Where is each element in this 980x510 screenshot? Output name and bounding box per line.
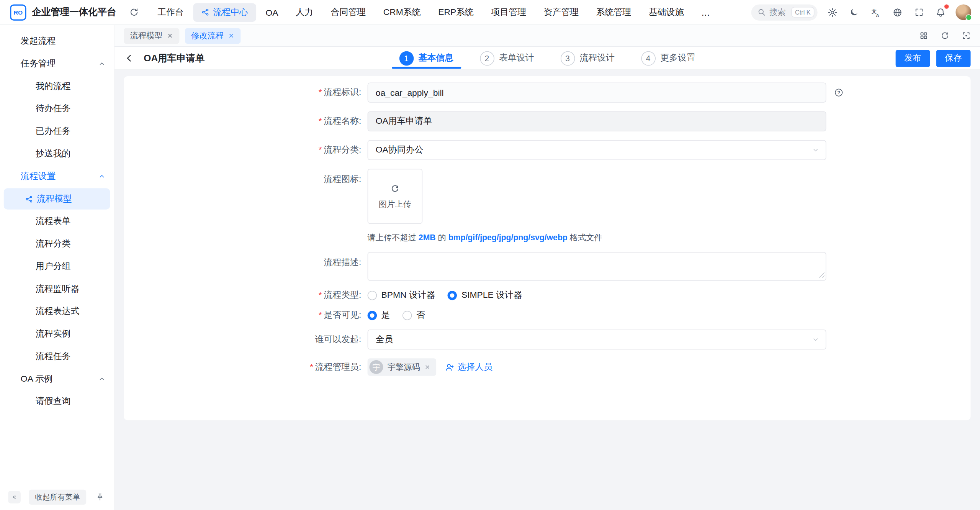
collapse-all-menus-button[interactable]: 收起所有菜单 [29, 490, 86, 505]
process-description-input[interactable] [368, 252, 826, 281]
radio-label: SIMPLE 设计器 [461, 290, 522, 301]
nav-item-contract[interactable]: 合同管理 [322, 3, 374, 21]
collapse-sidebar-button[interactable] [8, 491, 21, 503]
app-logo-icon: RO [10, 4, 26, 20]
visibility-field: *是否可见: 是 否 [124, 310, 970, 321]
sidebar-item-process-category[interactable]: 流程分类 [0, 233, 114, 255]
process-name-label: *流程名称: [124, 116, 361, 127]
translate-icon: 文A [870, 7, 880, 17]
sidebar-item-process-model[interactable]: 流程模型 [4, 188, 110, 209]
svg-text:A: A [876, 13, 879, 17]
radio-bpmn-designer[interactable]: BPMN 设计器 [368, 290, 435, 301]
grid-icon [919, 31, 928, 40]
close-icon[interactable] [228, 33, 234, 39]
help-button[interactable]: ? [834, 87, 844, 97]
sidebar-item-done-tasks[interactable]: 已办任务 [0, 120, 114, 143]
sidebar-item-label: 请假查询 [36, 396, 70, 407]
fullscreen-button[interactable] [913, 6, 926, 19]
app-title: 企业管理一体化平台 [32, 6, 116, 18]
step-form-design[interactable]: 2 表单设计 [480, 51, 534, 66]
visibility-label: *是否可见: [124, 310, 361, 321]
nav-item-process-center[interactable]: 流程中心 [193, 3, 256, 21]
sidebar-item-label: 已办任务 [36, 126, 70, 137]
refresh-button[interactable] [128, 6, 141, 19]
main-area: 流程模型 修改流程 [115, 25, 980, 510]
sidebar-item-leave-query[interactable]: 请假查询 [0, 390, 114, 413]
expand-view-button[interactable] [960, 30, 973, 42]
search-box[interactable]: 搜索 Ctrl K [751, 4, 818, 20]
nav-item-workbench[interactable]: 工作台 [149, 3, 192, 21]
layout-grid-button[interactable] [918, 30, 930, 42]
page-header: OA用车申请单 1 基本信息 2 表单设计 3 流程设计 4 更多设置 [115, 47, 980, 70]
sidebar-item-user-group[interactable]: 用户分组 [0, 255, 114, 278]
pin-sidebar-button[interactable] [94, 492, 105, 503]
process-description-field: 流程描述: [124, 252, 970, 281]
sidebar-item-process-expression[interactable]: 流程表达式 [0, 300, 114, 323]
translate-button[interactable]: 文A [869, 5, 882, 19]
nav-item-crm[interactable]: CRM系统 [375, 3, 429, 21]
step-more-settings[interactable]: 4 更多设置 [641, 51, 695, 66]
refresh-icon [941, 31, 949, 40]
upload-formats: bmp/gif/jpeg/jpg/png/svg/webp [448, 233, 568, 242]
sidebar-item-start-process[interactable]: 发起流程 [0, 30, 114, 52]
notification-badge [944, 3, 949, 9]
tab-process-model[interactable]: 流程模型 [124, 28, 179, 44]
select-person-button[interactable]: 选择人员 [445, 361, 492, 372]
sidebar-item-process-instance[interactable]: 流程实例 [0, 323, 114, 345]
settings-button[interactable] [826, 5, 839, 19]
process-category-select[interactable]: OA协同办公 [368, 140, 826, 160]
select-value: 全员 [376, 334, 393, 345]
nav-item-hr[interactable]: 人力 [288, 3, 321, 21]
nav-item-erp[interactable]: ERP系统 [430, 3, 482, 21]
sidebar-item-cc-to-me[interactable]: 抄送我的 [0, 143, 114, 165]
process-admin-label: *流程管理员: [124, 361, 361, 372]
user-avatar[interactable] [955, 4, 971, 20]
refresh-tab-button[interactable] [939, 30, 951, 42]
sidebar-group-process-settings[interactable]: 流程设置 [0, 165, 114, 188]
radio-simple-designer[interactable]: SIMPLE 设计器 [448, 290, 522, 301]
publish-button[interactable]: 发布 [896, 50, 930, 67]
sidebar-item-label: 流程监听器 [36, 283, 79, 294]
sidebar-footer: 收起所有菜单 [0, 484, 114, 510]
page-actions: 发布 保存 [896, 50, 971, 67]
required-asterisk: * [319, 310, 322, 320]
sidebar-item-todo-tasks[interactable]: 待办任务 [0, 98, 114, 120]
nav-item-project[interactable]: 项目管理 [483, 3, 534, 21]
nav-item-system[interactable]: 系统管理 [588, 3, 640, 21]
chevron-up-icon [98, 60, 106, 68]
workflow-icon [25, 195, 33, 203]
admin-user-tag: 宇 宇擎源码 [368, 358, 437, 376]
select-value: OA协同办公 [376, 144, 423, 156]
sidebar-item-process-form[interactable]: 流程表单 [0, 210, 114, 233]
close-icon[interactable] [424, 364, 430, 370]
sidebar-item-label: 待办任务 [36, 103, 70, 114]
initiator-select[interactable]: 全员 [368, 330, 826, 349]
back-button[interactable] [123, 51, 136, 65]
tab-edit-process[interactable]: 修改流程 [185, 28, 241, 44]
sidebar-item-process-listener[interactable]: 流程监听器 [0, 278, 114, 300]
step-basic-info[interactable]: 1 基本信息 [399, 51, 453, 66]
nav-item-oa[interactable]: OA [257, 3, 286, 21]
sidebar-group-oa-example[interactable]: OA 示例 [0, 368, 114, 390]
sidebar-item-process-task[interactable]: 流程任务 [0, 345, 114, 368]
double-chevron-left-icon [12, 494, 17, 501]
form-card: *流程标识: ? *流程名称: *流程分类: OA协同办公 流程图标: [124, 76, 970, 420]
notifications-button[interactable] [934, 5, 947, 19]
process-name-input[interactable] [368, 111, 826, 131]
sidebar-group-task-management[interactable]: 任务管理 [0, 52, 114, 75]
textarea-wrapper [368, 252, 826, 281]
image-upload-button[interactable]: 图片上传 [368, 169, 423, 224]
save-button[interactable]: 保存 [936, 50, 971, 67]
nav-item-more[interactable]: … [693, 3, 718, 21]
process-key-input[interactable] [368, 82, 826, 102]
nav-item-asset[interactable]: 资产管理 [535, 3, 587, 21]
network-button[interactable] [891, 5, 905, 19]
nav-item-infrastructure[interactable]: 基础设施 [641, 3, 692, 21]
radio-visible-yes[interactable]: 是 [368, 310, 390, 321]
radio-visible-no[interactable]: 否 [402, 310, 425, 321]
refresh-icon [129, 8, 139, 17]
sidebar-item-my-processes[interactable]: 我的流程 [0, 75, 114, 98]
dark-mode-button[interactable] [847, 6, 861, 19]
step-process-design[interactable]: 3 流程设计 [560, 51, 615, 66]
close-icon[interactable] [167, 33, 173, 39]
